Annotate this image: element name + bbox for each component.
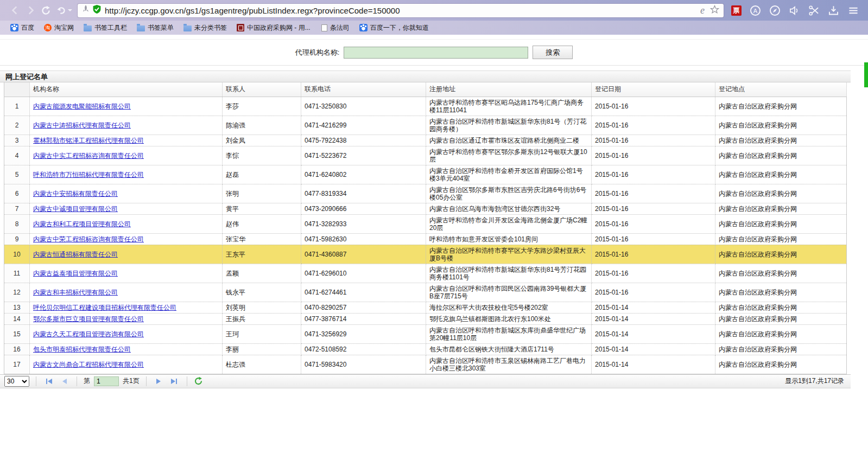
prev-page-button[interactable] [59,378,70,385]
list-title: 网上登记名单 [0,71,851,82]
table-row[interactable]: 5呼和浩特市万恒招标代理有限责任公司赵磊0471-6240802内蒙古自治区呼和… [4,165,847,184]
cell-location: 内蒙古自治区政府采购分网 [715,203,847,214]
url-bar[interactable]: http://jczy.ccgp.gov.cn/gs1/gs1agentreg/… [78,4,724,17]
table-row[interactable]: 4内蒙古中实工程招标咨询有限责任公司李悰0471-5223672内蒙古呼和浩特市… [4,146,847,165]
agency-name-link[interactable]: 内蒙古中荣工程招标咨询有限责任公司 [33,235,144,243]
table-row[interactable]: 6内蒙古中安招标有限责任公司张明0477-8319334内蒙古自治区鄂尔多斯市东… [4,184,847,203]
bookmark-label: 书签工具栏 [94,23,127,33]
cell-phone: 0475-7922438 [301,135,426,146]
agency-name-input[interactable] [344,47,528,59]
url-text[interactable]: http://jczy.ccgp.gov.cn/gs1/gs1agentreg/… [105,6,700,15]
column-header-location: 登记地点 [715,82,847,97]
cell-address: 内蒙古自治区呼和浩特市回民区公园南路39号银都大厦B座7层715号 [426,283,592,302]
cell-contact: 孟颖 [223,264,301,283]
cell-date: 2015-01-14 [592,324,715,343]
scrollbar-thumb[interactable] [864,62,868,87]
reader-a-icon[interactable]: A [750,5,761,16]
table-row[interactable]: 8内蒙古和利工程项目管理有限公司赵伟0471-3282933内蒙古呼和浩特市金川… [4,214,847,233]
agency-name-link[interactable]: 包头市明泰招标代理有限责任公司 [33,346,131,353]
table-row[interactable]: 16包头市明泰招标代理有限责任公司李丽0472-5108592包头市昆都仑区钢铁… [4,343,847,355]
page-size-select[interactable]: 30 [4,376,29,387]
table-row[interactable]: 7内蒙古中诚项目管理有限公司黄平0473-2090666内蒙古自治区乌海市海勃湾… [4,203,847,214]
agency-name-link[interactable]: 呼伦贝尔明信工程建设项目招标代理有限责任公司 [33,304,176,311]
cell-num: 4 [4,146,30,165]
cell-date: 2015-01-16 [592,165,715,184]
secure-shield-icon[interactable] [92,4,102,16]
first-page-button[interactable] [43,378,55,385]
undo-dropdown-caret[interactable] [68,9,72,11]
table-row[interactable]: 10内蒙古恒通招标有限责任公司王东平0471-4360887内蒙古自治区呼和浩特… [4,245,847,264]
agency-name-link[interactable]: 内蒙古中涛招标代理有限责任公司 [33,122,131,129]
bookmark-item[interactable]: 百度 [5,21,39,35]
reload-icon[interactable] [40,5,52,16]
cell-num: 3 [4,135,30,146]
agency-name-link[interactable]: 内蒙古文尚鼎合工程招标代理有限公司 [33,361,144,368]
ticket-icon[interactable]: 票 [731,5,742,16]
table-row[interactable]: 9内蒙古中荣工程招标咨询有限责任公司张宝华0471-5982630呼和浩特市如意… [4,233,847,245]
pager-separator [77,376,77,386]
bookmark-label: 百度一下，你就知道 [370,23,429,33]
cell-location: 内蒙古自治区政府采购分网 [715,116,847,135]
agency-name-link[interactable]: 内蒙古中诚项目管理有限公司 [33,205,118,213]
bookmark-item[interactable]: 淘淘宝网 [39,21,79,35]
table-row[interactable]: 3霍林郭勒市铭泽工程招标代理有限公司刘金凤0475-7922438内蒙古自治区通… [4,135,847,146]
cell-address: 内蒙古自治区鄂尔多斯市东胜区吉劳庆北路6号街坊6号楼05办公室 [426,184,592,203]
bookmark-item[interactable]: 中国政府采购网 - 用... [232,21,315,35]
cell-name: 内蒙古和利工程项目管理有限公司 [30,214,223,233]
agency-name-link[interactable]: 内蒙古和利工程项目管理有限公司 [33,220,131,228]
table-row[interactable]: 12内蒙古和丰招标代理有限公司钱永平0471-6274461内蒙古自治区呼和浩特… [4,283,847,302]
table-row[interactable]: 17内蒙古文尚鼎合工程招标代理有限公司杜志强0471-5983420内蒙古自治区… [4,355,847,374]
column-header-num [4,82,30,97]
ie-icon[interactable]: e [700,5,705,16]
table-row[interactable]: 2内蒙古中涛招标代理有限责任公司陈渝强0471-4216299内蒙古自治区呼和浩… [4,116,847,135]
agency-name-link[interactable]: 内蒙古能源发电聚能招标有限公司 [33,103,131,110]
agency-name-link[interactable]: 内蒙古恒通招标有限责任公司 [33,251,118,258]
cell-name: 鄂尔多斯市巨立项目管理有限责任公司 [30,313,223,324]
cell-date: 2015-01-14 [592,313,715,324]
cell-address: 内蒙古自治区呼和浩特市赛罕区大学东路沙梁村亚辰大厦B号楼 [426,245,592,264]
scissors-icon[interactable] [808,5,820,16]
agency-name-link[interactable]: 内蒙古中实工程招标咨询有限责任公司 [33,152,144,159]
bookmark-item[interactable]: 未分类书签 [179,21,232,35]
agency-name-link[interactable]: 内蒙古久天工程项目管理咨询有限公司 [33,330,144,338]
speaker-icon[interactable] [789,5,800,16]
table-row[interactable]: 15内蒙古久天工程项目管理咨询有限公司王珂0471-3256929内蒙古自治区呼… [4,324,847,343]
bookmark-item[interactable]: 书签工具栏 [79,21,132,35]
table-row[interactable]: 14鄂尔多斯市巨立项目管理有限责任公司王振兵0477-3876714鄂托克旗乌兰… [4,313,847,324]
undo-icon[interactable] [56,5,72,16]
last-page-button[interactable] [168,378,180,385]
page-number-input[interactable] [94,376,119,386]
bookmark-star-icon[interactable] [710,5,719,16]
cell-location: 内蒙古自治区政府采购分网 [715,355,847,374]
agency-name-link[interactable]: 内蒙古中安招标有限责任公司 [33,190,118,197]
table-row[interactable]: 11内蒙古益泰项目管理有限公司孟颖0471-6296010内蒙古自治区呼和浩特市… [4,264,847,283]
compass-icon[interactable] [769,5,781,16]
cell-phone: 0471-5223672 [301,146,426,165]
refresh-icon[interactable] [194,376,203,386]
download-icon[interactable] [828,5,839,16]
agency-name-link[interactable]: 霍林郭勒市铭泽工程招标代理有限公司 [33,137,144,144]
pager-separator [146,376,147,386]
agency-name-link[interactable]: 鄂尔多斯市巨立项目管理有限责任公司 [33,315,144,323]
agency-name-label: 代理机构名称: [295,48,340,57]
forward-icon[interactable] [25,5,36,16]
cell-address: 内蒙古自治区通辽市霍市珠区友谊路桥北侧商业二楼 [426,135,592,146]
agency-name-link[interactable]: 内蒙古益泰项目管理有限公司 [33,270,118,277]
bookmark-item[interactable]: 书签菜单 [132,21,179,35]
agency-name-link[interactable]: 内蒙古和丰招标代理有限公司 [33,289,118,296]
cell-phone: 0473-2090666 [301,203,426,214]
cell-num: 13 [4,302,30,313]
agency-name-link[interactable]: 呼和浩特市万恒招标代理有限责任公司 [33,171,144,178]
cell-date: 2015-01-16 [592,203,715,214]
next-page-button[interactable] [153,378,164,385]
bookmark-item[interactable]: 百度一下，你就知道 [354,21,434,35]
table-row[interactable]: 1内蒙古能源发电聚能招标有限公司李莎0471-3250830内蒙古呼和浩特市赛罕… [4,97,847,116]
cell-address: 内蒙古自治区呼和浩特市新城区东库街鼎盛华世纪广场第20幢11层10层 [426,324,592,343]
bookmark-item[interactable]: 条法司 [315,21,354,35]
back-icon[interactable] [10,5,21,16]
search-button[interactable]: 搜索 [533,46,573,59]
table-row[interactable]: 13呼伦贝尔明信工程建设项目招标代理有限责任公司刘英明0470-8290257海… [4,302,847,313]
cell-location: 内蒙古自治区政府采购分网 [715,324,847,343]
cell-phone: 0471-5983420 [301,355,426,374]
menu-icon[interactable] [847,5,859,16]
